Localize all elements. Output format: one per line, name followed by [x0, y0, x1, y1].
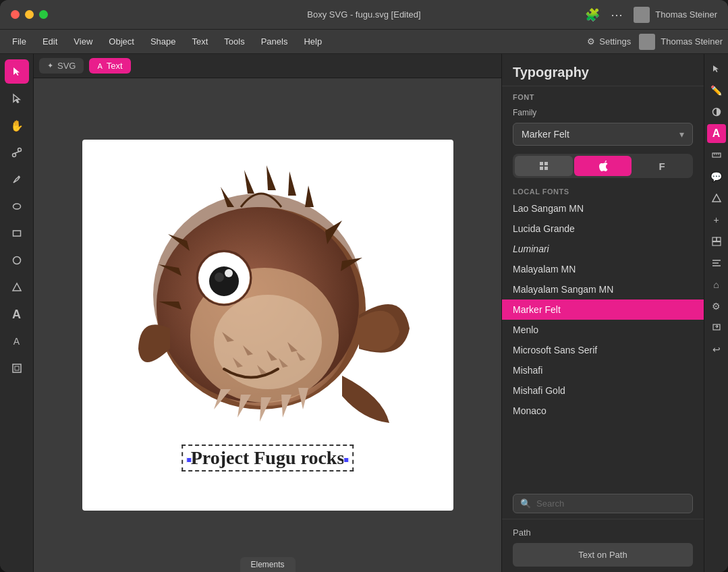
menubar-user: Thomas Steiner [639, 34, 723, 50]
font-section-label: Font [502, 86, 704, 104]
menu-tools[interactable]: Tools [217, 34, 251, 49]
canvas-text-content: Project Fugu rocks [191, 447, 345, 468]
canvas-container: ✦ SVG A Text [34, 54, 501, 572]
font-item-menlo[interactable]: Menlo [502, 320, 704, 340]
font-item-monaco[interactable]: Monaco [502, 401, 704, 421]
typography-panel-icon[interactable]: A [707, 124, 726, 143]
selection-handle-right[interactable] [343, 457, 349, 463]
svg-rect-8 [15, 366, 19, 370]
menu-view[interactable]: View [67, 34, 99, 49]
triangle-tool[interactable] [5, 275, 29, 299]
font-item-microsoft[interactable]: Microsoft Sans Serif [502, 340, 704, 360]
svg-point-42 [215, 273, 224, 282]
select-tool[interactable] [5, 59, 29, 84]
maximize-button[interactable] [39, 10, 48, 19]
pencil-icon[interactable]: ✏️ [707, 81, 726, 100]
svg-marker-53 [712, 194, 721, 202]
pufferfish-illustration [119, 153, 416, 463]
canvas-text-element[interactable]: Project Fugu rocks [181, 445, 354, 471]
font-source-tab-grid[interactable] [515, 156, 573, 176]
font-source-tabs: F [513, 154, 693, 178]
direct-select-tool[interactable] [5, 86, 29, 111]
svg-rect-56 [712, 242, 721, 246]
ellipse-tool[interactable] [5, 194, 29, 219]
settings-icon: ⚙ [587, 36, 595, 47]
font-item-malayalam-sangam[interactable]: Malayalam Sangam MN [502, 279, 704, 299]
extensions-icon[interactable]: 🧩 [585, 7, 600, 22]
tab-svg[interactable]: ✦ SVG [39, 58, 84, 74]
canvas-area[interactable]: Project Fugu rocks Elements [34, 78, 501, 572]
search-input[interactable] [536, 498, 685, 509]
svg-marker-6 [13, 283, 21, 291]
font-item-malayalam[interactable]: Malayalam MN [502, 259, 704, 279]
svg-rect-46 [540, 167, 543, 170]
layers-icon[interactable] [707, 232, 726, 251]
text-tool[interactable]: A [5, 302, 29, 326]
comment-icon[interactable]: 💬 [707, 167, 726, 186]
user-name: Thomas Steiner [655, 9, 717, 20]
text-small-tool[interactable]: A [5, 329, 29, 353]
svg-rect-54 [712, 237, 717, 241]
traffic-lights [11, 10, 48, 19]
building-icon[interactable]: ⌂ [707, 275, 726, 294]
align-icon[interactable] [707, 254, 726, 273]
font-item-luminari[interactable]: Luminari [502, 239, 704, 259]
node-tool[interactable] [5, 140, 29, 165]
menubar-user-name: Thomas Steiner [661, 36, 723, 47]
plus-icon[interactable]: + [707, 210, 726, 229]
text-on-path-button[interactable]: Text on Path [513, 543, 693, 567]
cursor-icon[interactable] [707, 59, 726, 78]
text-tab-label: Text [107, 61, 123, 71]
pen-tool[interactable] [5, 167, 29, 192]
undo-icon[interactable]: ↩ [707, 340, 726, 359]
font-item-lucida[interactable]: Lucida Grande [502, 219, 704, 239]
pan-tool[interactable]: ✋ [5, 113, 29, 138]
close-button[interactable] [11, 10, 20, 19]
menu-text[interactable]: Text [185, 34, 215, 49]
right-toolbar: ✏️ A 💬 + ⌂ ⚙ ↩ [704, 54, 728, 572]
svg-point-2 [18, 176, 20, 178]
elements-panel-button[interactable]: Elements [240, 557, 295, 572]
tab-text[interactable]: A Text [89, 58, 130, 74]
svg-rect-7 [13, 364, 21, 372]
menu-help[interactable]: Help [297, 34, 329, 49]
main-area: ✋ A A [0, 54, 728, 572]
search-box[interactable]: 🔍 [513, 494, 693, 513]
window-title: Boxy SVG - fugu.svg [Edited] [307, 9, 420, 20]
svg-rect-4 [13, 231, 20, 236]
more-options-icon[interactable]: ⋯ [611, 7, 623, 22]
circle-tool[interactable] [5, 248, 29, 273]
contrast-icon[interactable] [707, 103, 726, 121]
svg-tab-label: SVG [57, 61, 76, 71]
path-section-label: Path [502, 527, 704, 543]
avatar [634, 7, 650, 23]
font-item-mishafi-gold[interactable]: Mishafi Gold [502, 380, 704, 401]
font-item-marker-felt[interactable]: Marker Felt [502, 299, 704, 320]
font-item-mishafi[interactable]: Mishafi [502, 360, 704, 380]
menubar-right: ⚙ Settings Thomas Steiner [587, 34, 723, 50]
menu-file[interactable]: File [5, 34, 33, 49]
minimize-button[interactable] [25, 10, 34, 19]
menu-object[interactable]: Object [102, 34, 141, 49]
shape-icon[interactable] [707, 189, 726, 208]
frame-tool[interactable] [5, 356, 29, 380]
font-item-lao-sangam[interactable]: Lao Sangam MN [502, 198, 704, 219]
font-source-tab-apple[interactable] [574, 156, 632, 176]
app-window: Boxy SVG - fugu.svg [Edited] 🧩 ⋯ Thomas … [0, 0, 728, 572]
settings-button[interactable]: ⚙ Settings [587, 36, 631, 47]
gear-icon[interactable]: ⚙ [707, 297, 726, 316]
svg-rect-44 [540, 162, 543, 165]
export-icon[interactable] [707, 318, 726, 337]
menu-shape[interactable]: Shape [144, 34, 183, 49]
ruler-icon[interactable] [707, 146, 726, 165]
menu-edit[interactable]: Edit [36, 34, 64, 49]
menu-panels[interactable]: Panels [254, 34, 295, 49]
font-source-tab-google[interactable]: F [633, 156, 691, 176]
svg-point-41 [209, 266, 239, 296]
svg-icon: ✦ [47, 61, 53, 70]
svg-rect-45 [544, 162, 548, 165]
rectangle-tool[interactable] [5, 221, 29, 246]
font-family-dropdown[interactable]: Marker Felt ▾ [513, 123, 693, 146]
font-list[interactable]: Lao Sangam MN Lucida Grande Luminari Mal… [502, 198, 704, 488]
search-icon: 🔍 [520, 498, 531, 509]
